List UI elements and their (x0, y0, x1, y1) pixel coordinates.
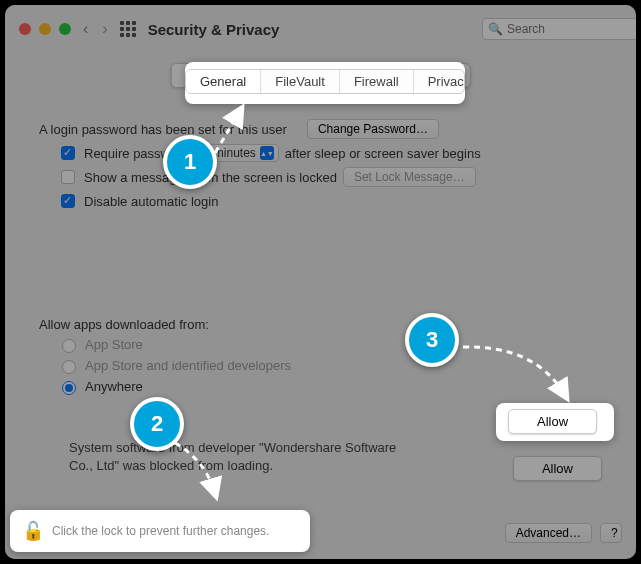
close-window-icon[interactable] (19, 23, 31, 35)
forward-icon[interactable]: › (102, 20, 107, 38)
step-badge-2: 2 (130, 397, 184, 451)
require-password-checkbox[interactable] (61, 146, 75, 160)
nav-buttons: ‹ › (83, 20, 108, 38)
step-badge-1: 1 (163, 135, 217, 189)
allow-appstore-radio[interactable] (62, 339, 76, 353)
allow-anywhere-label: Anywhere (85, 379, 143, 394)
help-button[interactable]: ? (600, 523, 622, 543)
show-all-icon[interactable] (120, 21, 136, 37)
allow-identified-label: App Store and identified developers (85, 358, 291, 373)
allow-button[interactable]: Allow (513, 456, 602, 481)
show-message-checkbox[interactable] (61, 170, 75, 184)
tab-privacy-hl[interactable]: Privacy (414, 70, 465, 93)
minimize-window-icon[interactable] (39, 23, 51, 35)
search-field-wrap: 🔍 (482, 18, 622, 40)
disable-auto-login-label: Disable automatic login (84, 194, 218, 209)
search-input[interactable] (482, 18, 636, 40)
advanced-button[interactable]: Advanced… (505, 523, 592, 543)
back-icon[interactable]: ‹ (83, 20, 88, 38)
lock-icon-hl: 🔓 (22, 520, 44, 542)
allow-apps-heading: Allow apps downloaded from: (39, 317, 209, 332)
disable-auto-login-checkbox[interactable] (61, 194, 75, 208)
general-content: A login password has been set for this u… (39, 115, 602, 215)
highlight-allow: Allow (496, 403, 614, 441)
pane-title: Security & Privacy (148, 21, 470, 38)
select-arrows-icon: ▲▼ (260, 146, 274, 160)
lock-text-hl: Click the lock to prevent further change… (52, 524, 269, 538)
tab-firewall-hl[interactable]: Firewall (340, 70, 414, 93)
blocked-software-text: System software from developer "Wondersh… (69, 439, 409, 475)
zoom-window-icon[interactable] (59, 23, 71, 35)
allow-anywhere-radio[interactable] (62, 381, 76, 395)
require-password-label-post: after sleep or screen saver begins (285, 146, 481, 161)
window-controls (19, 23, 71, 35)
highlight-tabs: General FileVault Firewall Privacy (185, 62, 465, 104)
allow-appstore-label: App Store (85, 337, 143, 352)
step-badge-3: 3 (405, 313, 459, 367)
highlight-lock: 🔓 Click the lock to prevent further chan… (10, 510, 310, 552)
allow-button-hl[interactable]: Allow (508, 409, 597, 434)
search-icon: 🔍 (488, 22, 503, 36)
allow-apps-section: Allow apps downloaded from: App Store Ap… (39, 313, 602, 399)
preferences-window: ‹ › Security & Privacy 🔍 General FileVau… (5, 5, 636, 559)
allow-identified-radio[interactable] (62, 360, 76, 374)
tab-filevault-hl[interactable]: FileVault (261, 70, 340, 93)
login-password-text: A login password has been set for this u… (39, 122, 287, 137)
change-password-button[interactable]: Change Password… (307, 119, 439, 139)
toolbar: ‹ › Security & Privacy 🔍 (5, 5, 636, 53)
set-lock-message-button[interactable]: Set Lock Message… (343, 167, 476, 187)
tab-general-hl[interactable]: General (186, 70, 261, 93)
